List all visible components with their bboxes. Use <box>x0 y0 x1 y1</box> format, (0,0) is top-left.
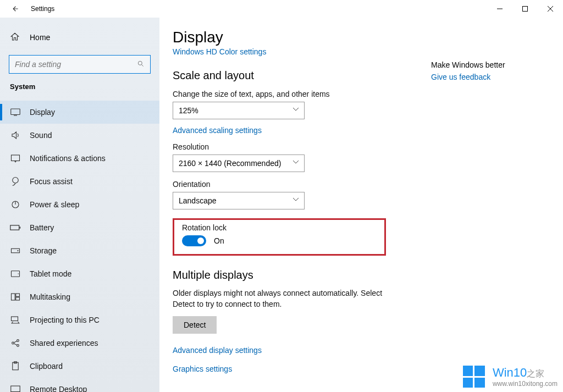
hd-color-settings-link[interactable]: Windows HD Color settings <box>173 47 266 56</box>
maximize-icon <box>522 6 528 12</box>
sidebar-item-label: Power & sleep <box>30 200 79 209</box>
svg-rect-1 <box>523 7 528 12</box>
sidebar-item-power-sleep[interactable]: Power & sleep <box>0 193 159 216</box>
svg-point-14 <box>17 250 18 251</box>
sidebar-item-label: Clipboard <box>30 362 63 371</box>
sidebar-item-shared-experiences[interactable]: Shared experiences <box>0 332 159 355</box>
sidebar-item-label: Projecting to this PC <box>30 316 100 324</box>
sidebar-item-label: Focus assist <box>30 177 73 186</box>
home-label: Home <box>30 33 50 42</box>
multiple-displays-heading: Multiple displays <box>173 269 550 281</box>
sound-icon <box>10 130 21 141</box>
svg-point-16 <box>18 273 19 274</box>
shared-icon <box>10 338 21 349</box>
rotation-lock-row: On <box>182 235 379 246</box>
windows-logo-icon <box>463 366 485 388</box>
tablet-icon <box>10 268 21 279</box>
rotation-lock-toggle[interactable] <box>182 235 206 246</box>
storage-icon <box>10 245 21 256</box>
close-icon <box>548 6 553 12</box>
resolution-value: 2160 × 1440 (Recommended) <box>179 159 281 168</box>
sidebar-item-multitasking[interactable]: Multitasking <box>0 285 159 308</box>
graphics-settings-link[interactable]: Graphics settings <box>173 365 232 373</box>
svg-point-23 <box>17 345 19 347</box>
page-title: Display <box>173 29 550 46</box>
svg-line-5 <box>142 64 143 66</box>
chevron-down-icon <box>293 161 299 166</box>
sidebar-item-sound[interactable]: Sound <box>0 124 159 147</box>
chevron-down-icon <box>293 198 299 203</box>
svg-point-21 <box>12 342 14 344</box>
sidebar-item-focus-assist[interactable]: Focus assist <box>0 170 159 193</box>
sidebar-item-clipboard[interactable]: Clipboard <box>0 355 159 378</box>
sidebar-item-remote-desktop[interactable]: Remote Desktop <box>0 378 159 392</box>
sidebar-item-label: Shared experiences <box>30 339 98 347</box>
minimize-icon <box>497 6 503 12</box>
main-content: Display Windows HD Color settings Scale … <box>159 18 563 392</box>
remote-desktop-icon <box>10 384 21 392</box>
svg-rect-18 <box>16 294 20 296</box>
sidebar-item-tablet-mode[interactable]: Tablet mode <box>0 262 159 285</box>
sidebar-item-label: Notifications & actions <box>30 154 106 163</box>
focus-assist-icon <box>10 176 21 187</box>
detect-button[interactable]: Detect <box>173 316 217 334</box>
give-feedback-link[interactable]: Give us feedback <box>431 73 490 81</box>
sidebar-item-label: Sound <box>30 131 52 140</box>
chevron-down-icon <box>293 108 299 113</box>
resolution-label: Resolution <box>173 142 550 151</box>
svg-rect-20 <box>12 317 18 321</box>
svg-line-25 <box>14 344 17 345</box>
svg-rect-17 <box>12 294 15 300</box>
multitasking-icon <box>10 291 21 302</box>
back-button[interactable] <box>4 0 26 18</box>
sidebar-item-label: Tablet mode <box>30 269 71 278</box>
svg-rect-8 <box>12 155 20 161</box>
watermark: Win10之家 www.win10xitong.com <box>463 366 558 388</box>
sidebar-item-label: Display <box>30 108 55 117</box>
advanced-scaling-link[interactable]: Advanced scaling settings <box>173 126 262 135</box>
rotation-lock-value: On <box>214 236 224 245</box>
sidebar-item-label: Multitasking <box>30 292 70 301</box>
titlebar: Settings <box>0 0 563 18</box>
sidebar-item-label: Remote Desktop <box>30 385 87 392</box>
svg-line-24 <box>14 341 17 343</box>
back-arrow-icon <box>12 5 19 13</box>
search-box[interactable] <box>9 55 151 74</box>
toggle-knob <box>197 238 204 244</box>
sidebar-item-projecting[interactable]: Projecting to this PC <box>0 308 159 332</box>
orientation-label: Orientation <box>173 180 550 189</box>
scale-value: 125% <box>179 106 198 115</box>
sidebar-item-battery[interactable]: Battery <box>0 216 159 239</box>
home-nav[interactable]: Home <box>0 27 159 47</box>
sidebar: Home System Display Sound Notifications … <box>0 18 159 392</box>
scale-select[interactable]: 125% <box>173 102 305 119</box>
sidebar-item-storage[interactable]: Storage <box>0 239 159 262</box>
svg-point-4 <box>138 61 142 65</box>
svg-rect-28 <box>11 386 20 392</box>
maximize-button[interactable] <box>512 0 538 18</box>
resolution-select[interactable]: 2160 × 1440 (Recommended) <box>173 154 305 172</box>
rotation-lock-highlight: Rotation lock On <box>173 218 386 256</box>
battery-icon <box>10 222 21 233</box>
svg-rect-19 <box>16 297 20 300</box>
sidebar-item-notifications[interactable]: Notifications & actions <box>0 147 159 170</box>
orientation-value: Landscape <box>179 196 217 205</box>
window-title: Settings <box>31 5 54 13</box>
close-button[interactable] <box>538 0 563 18</box>
svg-rect-11 <box>10 225 19 230</box>
rotation-lock-label: Rotation lock <box>182 223 379 232</box>
scale-label: Change the size of text, apps, and other… <box>173 90 550 98</box>
home-icon <box>10 32 20 43</box>
svg-point-22 <box>17 340 19 342</box>
nav-list: Display Sound Notifications & actions Fo… <box>0 101 159 392</box>
svg-rect-12 <box>20 227 21 228</box>
advanced-display-settings-link[interactable]: Advanced display settings <box>173 346 262 355</box>
minimize-button[interactable] <box>487 0 512 18</box>
notifications-icon <box>10 153 21 164</box>
search-input[interactable] <box>15 60 137 69</box>
sidebar-item-display[interactable]: Display <box>0 101 159 124</box>
display-icon <box>10 107 21 118</box>
main-container: Home System Display Sound Notifications … <box>0 18 563 392</box>
orientation-select[interactable]: Landscape <box>173 192 305 209</box>
feedback-title: Make Windows better <box>431 60 541 69</box>
